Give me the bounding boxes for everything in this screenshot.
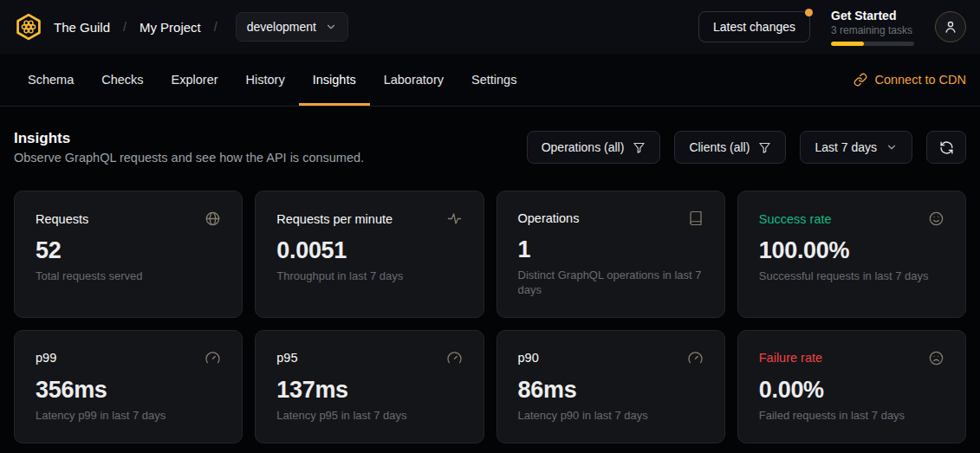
- stat-description: Latency p99 in last 7 days: [36, 409, 221, 424]
- person-icon: [943, 19, 958, 35]
- stat-description: Latency p90 in last 7 days: [518, 409, 704, 424]
- stat-description: Total requests served: [36, 269, 221, 284]
- tab-label: Settings: [471, 73, 516, 87]
- operations-filter-label: Operations (all): [542, 140, 625, 154]
- refresh-button[interactable]: [926, 131, 966, 164]
- stat-description: Distinct GraphQL operations in last 7 da…: [518, 269, 704, 298]
- breadcrumb-org[interactable]: The Guild: [54, 20, 110, 35]
- stat-card-p90[interactable]: p90 86ms Latency p90 in last 7 days: [496, 330, 725, 443]
- link-icon: [853, 73, 867, 87]
- latest-changes-label: Latest changes: [713, 20, 795, 34]
- tab-explorer[interactable]: Explorer: [158, 54, 232, 106]
- gauge-icon: [687, 350, 704, 366]
- stat-title: Operations: [518, 211, 580, 225]
- tab-label: Explorer: [172, 73, 218, 87]
- globe-icon: [204, 210, 221, 227]
- user-avatar[interactable]: [935, 11, 966, 42]
- book-icon: [688, 210, 704, 226]
- get-started-progress-fill: [831, 42, 864, 46]
- tab-label: Schema: [28, 73, 74, 87]
- breadcrumb-project[interactable]: My Project: [140, 20, 201, 35]
- nav-tabs: Schema Checks Explorer History Insights …: [14, 54, 530, 106]
- clients-filter-label: Clients (all): [689, 140, 750, 154]
- get-started-title: Get Started: [831, 9, 914, 23]
- connect-to-cdn-label: Connect to CDN: [874, 73, 966, 87]
- frown-icon: [928, 350, 944, 366]
- chevron-down-icon: [325, 21, 337, 33]
- breadcrumb-separator: /: [120, 20, 129, 34]
- connect-to-cdn-link[interactable]: Connect to CDN: [853, 54, 966, 106]
- stat-description: Successful requests in last 7 days: [759, 269, 944, 284]
- tab-label: Laboratory: [384, 73, 444, 87]
- tab-label: Insights: [313, 73, 356, 87]
- stat-title: Requests per minute: [276, 212, 393, 226]
- page-title: Insights: [14, 130, 364, 147]
- tab-label: Checks: [101, 73, 143, 87]
- filters-toolbar: Operations (all) Clients (all) Last 7 da…: [527, 131, 966, 164]
- stat-title: Requests: [36, 212, 88, 226]
- stat-description: Failed requests in last 7 days: [759, 409, 944, 424]
- stat-value: 137ms: [276, 377, 462, 404]
- activity-icon: [446, 210, 463, 227]
- top-header: The Guild / My Project / development Lat…: [0, 0, 980, 54]
- stat-cards-grid: Requests 52 Total requests served Reques…: [14, 191, 966, 443]
- period-select-label: Last 7 days: [815, 140, 877, 154]
- funnel-icon: [758, 141, 771, 154]
- target-select[interactable]: development: [236, 12, 348, 42]
- get-started-progressbar: [831, 42, 914, 46]
- stat-description: Latency p95 in last 7 days: [276, 409, 462, 424]
- header-actions: Latest changes Get Started 3 remaining t…: [698, 9, 966, 46]
- page-subtitle: Observe GraphQL requests and see how the…: [14, 151, 364, 165]
- clients-filter-button[interactable]: Clients (all): [674, 131, 786, 164]
- breadcrumb-separator: /: [211, 20, 220, 34]
- stat-card-requests-per-minute[interactable]: Requests per minute 0.0051 Throughput in…: [255, 191, 484, 318]
- tab-label: History: [246, 73, 285, 87]
- target-select-value: development: [247, 20, 316, 34]
- stat-title: p95: [276, 351, 297, 365]
- stat-value: 100.00%: [759, 237, 944, 264]
- stat-value: 52: [36, 237, 221, 264]
- stat-card-failure-rate[interactable]: Failure rate 0.00% Failed requests in la…: [737, 330, 966, 443]
- gauge-icon: [204, 350, 221, 366]
- period-select-button[interactable]: Last 7 days: [800, 131, 912, 164]
- refresh-icon: [939, 140, 954, 155]
- stat-value: 0.0051: [276, 237, 462, 264]
- tab-schema[interactable]: Schema: [14, 54, 88, 106]
- stat-title: Failure rate: [759, 351, 822, 365]
- page-head: Insights Observe GraphQL requests and se…: [14, 130, 966, 165]
- stat-title: p99: [36, 351, 56, 365]
- funnel-icon: [633, 141, 646, 154]
- stat-value: 356ms: [36, 377, 221, 404]
- tab-checks[interactable]: Checks: [88, 54, 157, 106]
- stat-value: 0.00%: [759, 377, 944, 404]
- stat-card-success-rate[interactable]: Success rate 100.00% Successful requests…: [737, 191, 966, 318]
- stat-title: p90: [518, 351, 539, 365]
- get-started-widget[interactable]: Get Started 3 remaining tasks: [831, 9, 914, 46]
- notification-dot: [805, 9, 813, 16]
- gauge-icon: [446, 350, 463, 366]
- stat-card-requests[interactable]: Requests 52 Total requests served: [14, 191, 243, 318]
- stat-description: Throughput in last 7 days: [276, 269, 462, 284]
- stat-value: 86ms: [518, 377, 704, 404]
- tab-history[interactable]: History: [232, 54, 299, 106]
- latest-changes-button[interactable]: Latest changes: [698, 11, 810, 42]
- tab-settings[interactable]: Settings: [458, 54, 530, 106]
- chevron-down-icon: [886, 141, 898, 153]
- stat-card-p95[interactable]: p95 137ms Latency p95 in last 7 days: [255, 330, 484, 443]
- operations-filter-button[interactable]: Operations (all): [527, 131, 661, 164]
- insights-page: Insights Observe GraphQL requests and se…: [0, 130, 980, 443]
- tab-laboratory[interactable]: Laboratory: [370, 54, 458, 106]
- tab-insights[interactable]: Insights: [299, 54, 370, 106]
- stat-card-operations[interactable]: Operations 1 Distinct GraphQL operations…: [496, 191, 725, 318]
- stat-title: Success rate: [759, 212, 832, 226]
- breadcrumb: The Guild / My Project / development: [14, 12, 348, 42]
- hive-logo-icon[interactable]: [14, 12, 43, 42]
- page-titles: Insights Observe GraphQL requests and se…: [14, 130, 364, 165]
- stat-card-p99[interactable]: p99 356ms Latency p99 in last 7 days: [14, 330, 243, 443]
- stat-value: 1: [518, 236, 704, 263]
- get-started-remaining: 3 remaining tasks: [831, 24, 914, 36]
- smile-icon: [928, 210, 944, 227]
- project-nav: Schema Checks Explorer History Insights …: [0, 54, 980, 107]
